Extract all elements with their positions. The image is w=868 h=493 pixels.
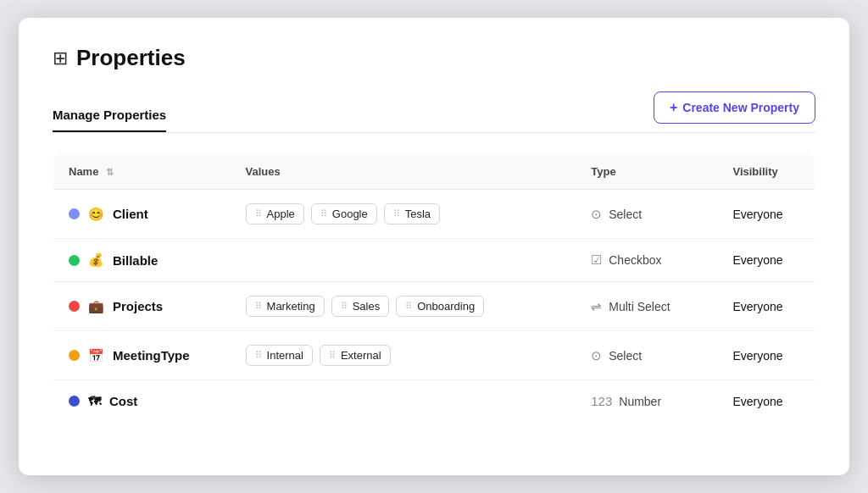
value-tag[interactable]: ⠿Google: [311, 203, 377, 224]
row-color-dot: [69, 396, 80, 407]
col-header-visibility: Visibility: [717, 154, 815, 190]
row-color-dot: [69, 301, 80, 312]
name-cell: 💰 Billable: [53, 239, 231, 282]
row-emoji: 🗺: [88, 394, 101, 408]
values-cell: ⠿Marketing⠿Sales⠿Onboarding: [231, 282, 576, 331]
sort-icon[interactable]: ⇅: [106, 167, 114, 178]
plus-icon: +: [670, 100, 677, 115]
tab-bar: Manage Properties + Create New Property: [53, 91, 815, 133]
drag-handle: ⠿: [255, 350, 263, 361]
value-label: Apple: [267, 208, 295, 220]
type-cell: ⇌ Multi Select: [576, 282, 717, 331]
visibility-cell: Everyone: [717, 331, 815, 380]
type-cell: ☑ Checkbox: [576, 239, 717, 282]
page-header: ⊞ Properties: [53, 45, 815, 71]
row-emoji: 😊: [88, 207, 104, 222]
create-button-label: Create New Property: [682, 101, 799, 114]
type-icon: ⇌: [591, 299, 602, 314]
drag-handle: ⠿: [393, 208, 401, 219]
col-header-type: Type: [576, 154, 717, 190]
type-label: Multi Select: [609, 300, 670, 313]
values-cell: ⠿Internal⠿External: [231, 331, 576, 380]
value-tag[interactable]: ⠿Tesla: [384, 203, 440, 224]
table-row[interactable]: 🗺 Cost 123 Number Everyone: [53, 380, 815, 423]
row-name: Client: [113, 207, 148, 221]
value-label: Google: [332, 208, 368, 220]
drag-handle: ⠿: [255, 208, 263, 219]
row-emoji: 📅: [88, 348, 104, 363]
value-tag[interactable]: ⠿Internal: [246, 345, 313, 366]
type-cell: ⊙ Select: [576, 190, 717, 239]
table-header-row: Name ⇅ Values Type Visibility: [53, 154, 815, 190]
type-icon: ⊙: [591, 207, 602, 222]
type-label: Checkbox: [609, 253, 661, 267]
value-tag[interactable]: ⠿Onboarding: [396, 296, 484, 317]
name-cell: 💼 Projects: [53, 282, 231, 331]
col-header-name: Name ⇅: [53, 154, 231, 190]
visibility-cell: Everyone: [717, 282, 815, 331]
row-name: Cost: [109, 394, 137, 408]
table-row[interactable]: 📅 MeetingType ⠿Internal⠿External ⊙ Selec…: [53, 331, 815, 380]
visibility-cell: Everyone: [717, 380, 815, 423]
type-label: Number: [619, 395, 661, 408]
row-emoji: 💼: [88, 299, 104, 314]
table-row[interactable]: 😊 Client ⠿Apple⠿Google⠿Tesla ⊙ Select Ev…: [53, 190, 815, 239]
value-tag[interactable]: ⠿Sales: [331, 296, 390, 317]
drag-handle: ⠿: [405, 301, 413, 312]
value-tag[interactable]: ⠿Apple: [246, 203, 304, 224]
type-icon: ☑: [591, 252, 602, 268]
type-cell: ⊙ Select: [576, 331, 717, 380]
main-window: ⊞ Properties Manage Properties + Create …: [19, 18, 849, 475]
value-label: Internal: [267, 349, 303, 362]
value-label: Marketing: [267, 300, 315, 313]
col-header-values: Values: [231, 154, 576, 190]
type-label: Select: [609, 208, 642, 221]
properties-icon: ⊞: [53, 47, 68, 69]
name-cell: 😊 Client: [53, 190, 231, 239]
tab-manage-properties[interactable]: Manage Properties: [53, 108, 166, 132]
visibility-cell: Everyone: [717, 190, 815, 239]
row-name: MeetingType: [113, 348, 190, 363]
create-new-property-button[interactable]: + Create New Property: [654, 91, 815, 124]
name-cell: 📅 MeetingType: [53, 331, 231, 380]
row-name: Billable: [113, 253, 158, 268]
row-emoji: 💰: [88, 252, 104, 268]
page-title: Properties: [76, 45, 186, 71]
row-color-dot: [69, 208, 80, 219]
row-name: Projects: [113, 299, 163, 313]
type-icon: ⊙: [591, 348, 602, 363]
value-label: Onboarding: [417, 300, 475, 313]
visibility-cell: Everyone: [717, 239, 815, 282]
drag-handle: ⠿: [320, 208, 328, 219]
table-row[interactable]: 💰 Billable ☑ Checkbox Everyone: [53, 239, 815, 282]
type-label: Select: [609, 349, 642, 363]
value-tag[interactable]: ⠿Marketing: [246, 296, 325, 317]
values-cell: ⠿Apple⠿Google⠿Tesla: [231, 190, 576, 239]
properties-table: Name ⇅ Values Type Visibility 😊 Client ⠿…: [53, 153, 815, 423]
name-cell: 🗺 Cost: [53, 380, 231, 423]
row-color-dot: [69, 350, 80, 361]
value-label: External: [341, 349, 381, 362]
row-color-dot: [69, 255, 80, 266]
value-label: Sales: [353, 300, 381, 313]
type-cell: 123 Number: [576, 380, 717, 423]
type-icon: 123: [591, 394, 612, 408]
values-cell: [231, 239, 576, 282]
values-cell: [231, 380, 576, 423]
drag-handle: ⠿: [329, 350, 337, 361]
value-tag[interactable]: ⠿External: [320, 345, 391, 366]
drag-handle: ⠿: [255, 301, 263, 312]
value-label: Tesla: [405, 208, 431, 220]
table-row[interactable]: 💼 Projects ⠿Marketing⠿Sales⠿Onboarding ⇌…: [53, 282, 815, 331]
drag-handle: ⠿: [341, 301, 348, 312]
